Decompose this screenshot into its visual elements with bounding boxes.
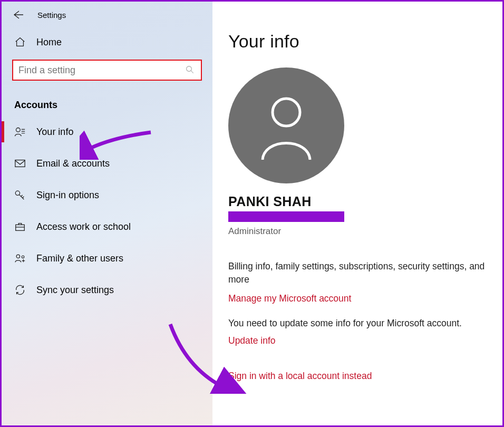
update-prompt: You need to update some info for your Mi…: [228, 318, 490, 329]
svg-point-6: [22, 256, 24, 258]
sidebar-item-your-info[interactable]: Your info: [2, 116, 212, 148]
svg-point-5: [16, 255, 20, 258]
nav-home-label: Home: [36, 37, 62, 48]
sidebar-item-label: Sign-in options: [36, 190, 99, 201]
family-icon: [14, 253, 26, 264]
svg-rect-2: [15, 160, 25, 167]
search-box-container: [12, 60, 202, 81]
page-title: Your info: [228, 31, 490, 52]
update-info-link[interactable]: Update info: [228, 335, 490, 346]
sidebar-item-label: Email & accounts: [36, 158, 110, 169]
titlebar: Settings: [2, 7, 212, 30]
svg-point-0: [187, 66, 192, 72]
search-input[interactable]: [13, 61, 185, 80]
svg-rect-4: [16, 225, 25, 230]
local-account-link[interactable]: Sign in with a local account instead: [228, 371, 490, 382]
billing-description: Billing info, family settings, subscript…: [228, 260, 490, 287]
your-info-icon: [14, 126, 26, 138]
main-panel: Your info PANKI SHAH Administrator Billi…: [212, 2, 502, 425]
window-title: Settings: [37, 11, 66, 20]
manage-account-link[interactable]: Manage my Microsoft account: [228, 293, 490, 304]
sidebar: Settings Home Accounts Your info Email &…: [2, 2, 212, 425]
user-name: PANKI SHAH: [228, 194, 490, 209]
sidebar-item-label: Your info: [36, 127, 73, 138]
svg-point-7: [273, 99, 300, 126]
key-icon: [14, 189, 26, 201]
search-box[interactable]: [12, 60, 202, 81]
sidebar-item-label: Sync your settings: [36, 285, 114, 296]
sync-icon: [14, 284, 26, 296]
sidebar-item-label: Family & other users: [36, 253, 123, 264]
email-icon: [14, 158, 26, 169]
home-icon: [14, 36, 26, 48]
search-icon: [185, 65, 196, 75]
sidebar-item-email-accounts[interactable]: Email & accounts: [2, 148, 212, 179]
email-redacted: [228, 211, 344, 222]
sidebar-section-heading: Accounts: [2, 84, 212, 116]
sidebar-item-sync-settings[interactable]: Sync your settings: [2, 274, 212, 306]
nav-home[interactable]: Home: [2, 30, 212, 55]
svg-point-1: [16, 128, 20, 132]
user-icon: [255, 91, 318, 160]
avatar: [228, 67, 344, 183]
sidebar-item-sign-in-options[interactable]: Sign-in options: [2, 179, 212, 211]
sidebar-item-family-other-users[interactable]: Family & other users: [2, 242, 212, 274]
user-role: Administrator: [228, 226, 490, 237]
back-icon[interactable]: [12, 9, 24, 21]
sidebar-item-label: Access work or school: [36, 221, 131, 232]
briefcase-icon: [14, 221, 26, 232]
sidebar-item-access-work-school[interactable]: Access work or school: [2, 211, 212, 242]
